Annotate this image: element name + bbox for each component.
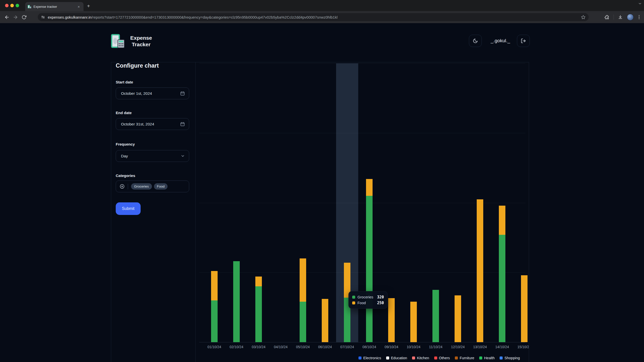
frequency-label: Frequency [116,142,135,146]
gridline [199,63,525,64]
legend-item: Education [386,356,407,360]
window-minimize-button[interactable] [10,4,14,7]
screen: Expense tracker × + expenses.gokulkannan… [0,0,644,362]
bar-segment-food[interactable] [211,271,218,300]
content-left-border [111,62,111,362]
gridline [199,273,525,273]
categories-input[interactable]: GroceriesFood [116,180,189,192]
bar-segment-food[interactable] [521,275,528,342]
legend-swatch [434,356,437,359]
gridline [199,133,525,133]
app-logo-icon [111,34,125,48]
page-title: Configure chart [116,62,159,69]
app-title: Expense Tracker [126,35,156,48]
username: _.gokul._ [485,38,516,43]
legend-label: Others [439,356,450,360]
bar-segment-groceries[interactable] [233,261,240,342]
bar-segment-groceries[interactable] [499,235,505,342]
legend-label: Education [391,356,407,360]
x-axis-label: 11/10/24 [425,345,447,349]
category-chips: GroceriesFood [131,183,168,190]
bar-segment-food[interactable] [499,206,505,235]
x-axis-label: 12/10/24 [447,345,469,349]
legend-swatch [500,356,503,359]
legend-swatch [386,356,389,359]
app-title-line2: Tracker [126,41,156,48]
tab-close-icon[interactable]: × [76,5,81,9]
bar-segment-food[interactable] [322,299,328,342]
reload-button[interactable] [20,13,28,21]
categories-label: Categories [116,173,135,178]
bar-segment-food[interactable] [255,277,262,286]
bar-segment-groceries[interactable] [300,302,306,342]
legend-item: Shopping [500,356,520,360]
window-close-button[interactable] [5,4,9,7]
moon-icon [473,38,478,43]
profile-avatar[interactable] [627,14,634,21]
address-bar[interactable]: expenses.gokulkannanr.in/reports?start=1… [38,13,589,21]
legend-item: Furniture [455,356,474,360]
bar-segment-food[interactable] [410,302,417,342]
legend-swatch [479,356,482,359]
bar-segment-food[interactable] [388,298,395,342]
x-axis-label: 02/10/24 [225,345,248,349]
url-path: /reports?start=1727721000000&end=1730313… [91,15,337,19]
logout-button[interactable] [517,35,530,47]
extensions-puzzle-icon[interactable] [605,15,610,20]
calendar-icon[interactable] [180,122,185,126]
bar-segment-groceries[interactable] [255,286,262,342]
submit-button[interactable]: Submit [116,202,141,215]
bar-segment-groceries[interactable] [366,196,373,342]
x-axis-label: 04/10/24 [270,345,292,349]
bookmark-star-icon[interactable] [581,15,586,20]
bar-segment-food[interactable] [300,258,306,302]
start-date-label: Start date [116,80,133,84]
new-tab-button[interactable]: + [87,4,90,9]
bar-segment-food[interactable] [477,199,483,342]
forward-button[interactable] [11,13,20,21]
theme-toggle-button[interactable] [469,35,482,47]
end-date-input[interactable]: October 31st, 2024 [116,118,189,130]
category-chip[interactable]: Groceries [131,183,152,190]
chevron-down-icon[interactable] [638,2,642,6]
legend-item: Electronics [358,356,381,360]
menu-kebab-icon[interactable] [638,14,641,20]
tooltip-label: Food [357,301,375,305]
x-axis-label: 14/10/24 [491,345,513,349]
legend-swatch [358,356,361,359]
window-zoom-button[interactable] [16,4,19,7]
tab-favicon-icon [28,5,31,9]
x-axis-label: 15/10/24 [513,345,529,349]
frequency-select[interactable]: Day [116,150,189,162]
legend-label: Electronics [363,356,381,360]
bar-segment-food[interactable] [455,295,461,342]
tooltip-value: 320 [377,295,384,299]
legend-label: Shopping [504,356,520,360]
legend-label: Kitchen [417,356,429,360]
tab-title: Expense tracker [33,5,76,9]
gridline [199,203,525,203]
app-title-line1: Expense [126,35,156,41]
toolbar-actions [605,13,641,21]
tooltip-value: 250 [377,301,384,305]
url-text[interactable]: expenses.gokulkannanr.in/reports?start=1… [48,15,581,19]
download-icon[interactable] [618,15,623,20]
start-date-value: October 1st, 2024 [121,91,180,96]
end-date-value: October 31st, 2024 [121,122,180,126]
logout-icon [521,38,526,43]
start-date-input[interactable]: October 1st, 2024 [116,87,189,99]
browser-tab[interactable]: Expense tracker × [25,2,84,11]
site-info-icon[interactable] [41,15,45,19]
calendar-icon[interactable] [180,91,185,96]
categories-divider [128,184,128,189]
add-category-icon[interactable] [119,184,125,189]
bar-segment-food[interactable] [366,179,373,196]
bar-segment-groceries[interactable] [211,300,218,342]
tooltip-row: Food250 [352,300,384,306]
category-chip[interactable]: Food [154,183,168,190]
tooltip-label: Groceries [357,295,375,299]
tooltip-swatch [352,296,355,299]
back-button[interactable] [3,13,11,21]
bar-segment-groceries[interactable] [432,290,439,342]
legend-swatch [455,356,458,359]
